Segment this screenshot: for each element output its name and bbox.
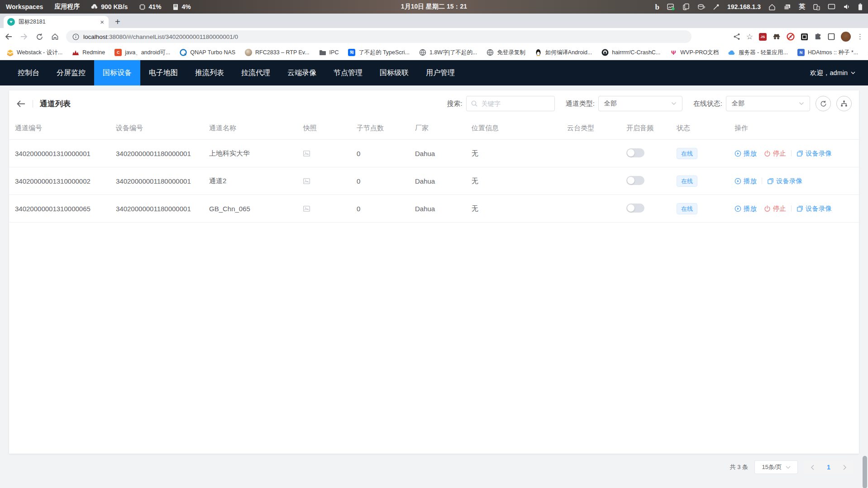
clock[interactable]: 1月10日 星期二 15：21 bbox=[401, 3, 467, 11]
memory-indicator[interactable]: 4% bbox=[172, 3, 191, 10]
play-button[interactable]: 播放 bbox=[734, 149, 757, 158]
ip-address-indicator[interactable]: 192.168.1.3 bbox=[727, 3, 761, 10]
bookmark-csdn[interactable]: Cjava、android可... bbox=[114, 49, 170, 57]
app-nav-bar: 控制台 分屏监控 国标设备 电子地图 推流列表 拉流代理 云端录像 节点管理 国… bbox=[0, 60, 868, 85]
bookmark-hdatmos[interactable]: NHDAtmos :: 种子 *... bbox=[797, 49, 858, 57]
new-tab-button[interactable]: + bbox=[115, 17, 120, 26]
nav-item-push-list[interactable]: 推流列表 bbox=[186, 60, 233, 85]
bookmark-server[interactable]: 服务器 - 轻量应用... bbox=[728, 49, 788, 57]
channel-type-select[interactable]: 全部 bbox=[598, 96, 682, 111]
bookmark-rfc[interactable]: RFC2833 – RTP Ev... bbox=[245, 49, 310, 56]
action-divider bbox=[791, 150, 792, 156]
bookmark-webstack[interactable]: Webstack - 设计... bbox=[6, 49, 62, 57]
bookmark-ipc-folder[interactable]: IPC bbox=[319, 49, 339, 56]
play-button[interactable]: 播放 bbox=[734, 204, 757, 213]
play-button[interactable]: 播放 bbox=[734, 177, 757, 185]
nav-item-emap[interactable]: 电子地图 bbox=[140, 60, 186, 85]
site-info-icon[interactable] bbox=[72, 33, 79, 40]
tree-view-button[interactable] bbox=[836, 96, 852, 111]
applications-button[interactable]: 应用程序 bbox=[54, 3, 80, 11]
bookmark-redmine[interactable]: Redmine bbox=[72, 49, 105, 56]
bookmark-android-build[interactable]: 如何编译Android... bbox=[535, 49, 592, 57]
user-menu[interactable]: 欢迎，admin bbox=[810, 60, 868, 85]
cpu-indicator[interactable]: 41% bbox=[139, 3, 161, 10]
browser-menu-icon[interactable]: ⋮ bbox=[857, 33, 863, 41]
audio-toggle[interactable] bbox=[626, 204, 644, 213]
window-extension-icon[interactable] bbox=[828, 33, 835, 40]
action-divider bbox=[791, 205, 792, 212]
coffee-tray-icon[interactable] bbox=[697, 4, 705, 10]
col-audio: 开启音频 bbox=[620, 124, 671, 133]
clipboard-tray-icon[interactable] bbox=[682, 3, 690, 10]
device-record-button[interactable]: 设备录像 bbox=[796, 149, 832, 158]
bookmark-github[interactable]: hairrrrr/C-CrashC... bbox=[601, 49, 660, 56]
device-record-button[interactable]: 设备录像 bbox=[796, 204, 832, 213]
snapshot-icon[interactable] bbox=[303, 178, 351, 184]
reload-button[interactable] bbox=[33, 30, 46, 43]
search-input-box[interactable] bbox=[466, 96, 555, 111]
cell-location: 无 bbox=[466, 177, 561, 185]
network-indicator[interactable]: 900 KB/s bbox=[91, 3, 128, 10]
prev-page-button[interactable] bbox=[811, 464, 815, 470]
share-icon[interactable] bbox=[733, 33, 740, 40]
nav-item-user-manage[interactable]: 用户管理 bbox=[417, 60, 463, 85]
color-picker-tray-icon[interactable] bbox=[713, 4, 720, 10]
refresh-button[interactable] bbox=[816, 96, 831, 111]
audio-toggle[interactable] bbox=[626, 148, 644, 157]
nav-item-node-manage[interactable]: 节点管理 bbox=[325, 60, 371, 85]
browser-tab[interactable]: 国标28181 × bbox=[4, 16, 109, 28]
input-language-indicator[interactable]: 英 bbox=[799, 3, 805, 11]
search-input[interactable] bbox=[481, 99, 550, 108]
address-bar[interactable]: localhost:38080/#/channelList/3402000000… bbox=[66, 30, 692, 43]
dark-reader-extension-icon[interactable] bbox=[801, 33, 808, 41]
bookmark-copy-free[interactable]: 免登录复制 bbox=[486, 49, 525, 57]
volume-tray-icon[interactable] bbox=[843, 4, 850, 10]
display-tray-icon[interactable] bbox=[828, 4, 835, 10]
incognito-extension-icon[interactable] bbox=[773, 33, 781, 40]
nav-item-split-monitor[interactable]: 分屏监控 bbox=[48, 60, 94, 85]
next-page-button[interactable] bbox=[843, 464, 847, 470]
battery-tray-icon[interactable] bbox=[858, 3, 863, 10]
bookmark-article1[interactable]: 1.8W字|了不起的... bbox=[419, 49, 477, 57]
snapshot-icon[interactable] bbox=[303, 151, 351, 156]
status-badge: 在线 bbox=[677, 148, 697, 159]
online-status-select[interactable]: 全部 bbox=[726, 96, 810, 111]
workspaces-button[interactable]: Workspaces bbox=[6, 3, 43, 10]
page-number[interactable]: 1 bbox=[827, 464, 830, 471]
nav-item-gb-devices[interactable]: 国标设备 bbox=[94, 60, 140, 85]
profile-avatar[interactable] bbox=[841, 32, 851, 42]
stop-button[interactable]: 停止 bbox=[764, 149, 786, 158]
page-size-select[interactable]: 15条/页 bbox=[754, 460, 798, 474]
back-button[interactable] bbox=[2, 30, 15, 43]
home-button[interactable] bbox=[48, 30, 62, 43]
bookmark-zhihu[interactable]: 知了不起的 TypeScri... bbox=[348, 49, 410, 57]
device-record-button[interactable]: 设备录像 bbox=[767, 177, 802, 185]
audio-toggle[interactable] bbox=[626, 176, 644, 185]
bing-tray-icon[interactable]: b bbox=[655, 3, 659, 11]
table-row: 34020000001310000065 3402000000118000000… bbox=[9, 195, 859, 223]
snapshot-icon[interactable] bbox=[303, 206, 351, 212]
nav-item-gb-cascade[interactable]: 国标级联 bbox=[371, 60, 417, 85]
nav-item-pull-proxy[interactable]: 拉流代理 bbox=[233, 60, 279, 85]
jsonview-extension-icon[interactable]: JS bbox=[759, 33, 767, 41]
nav-item-cloud-record[interactable]: 云端录像 bbox=[279, 60, 325, 85]
nav-item-console[interactable]: 控制台 bbox=[9, 60, 48, 85]
bookmark-wvp-doc[interactable]: ΨWVP-PRO文档 bbox=[670, 49, 719, 57]
bookmark-qnap[interactable]: QNAP Turbo NAS bbox=[180, 49, 235, 56]
play-circle-icon bbox=[734, 178, 741, 185]
home-tray-icon[interactable] bbox=[768, 4, 776, 10]
screenshot-tray-icon[interactable] bbox=[667, 3, 675, 10]
memory-icon bbox=[172, 4, 179, 10]
page-title: 通道列表 bbox=[40, 99, 71, 109]
tab-close-icon[interactable]: × bbox=[99, 19, 105, 25]
phone-link-tray-icon[interactable] bbox=[813, 4, 820, 10]
windows-tray-icon[interactable] bbox=[783, 4, 791, 10]
forward-button[interactable] bbox=[17, 30, 31, 43]
extensions-puzzle-icon[interactable] bbox=[814, 33, 822, 41]
bookmark-star-icon[interactable]: ☆ bbox=[746, 32, 753, 42]
stop-button[interactable]: 停止 bbox=[764, 204, 786, 213]
rfc-icon bbox=[245, 49, 252, 56]
back-arrow-button[interactable] bbox=[16, 100, 26, 108]
blocker-extension-icon[interactable] bbox=[787, 33, 795, 41]
scrollbar-thumb[interactable] bbox=[863, 456, 867, 488]
